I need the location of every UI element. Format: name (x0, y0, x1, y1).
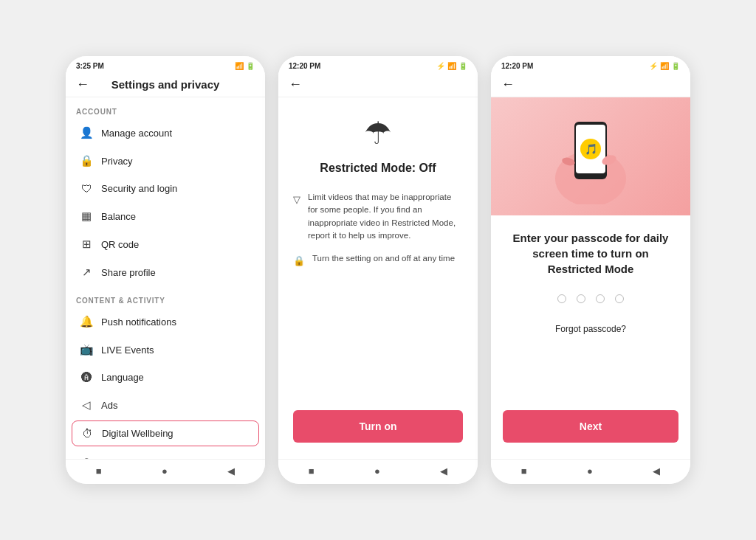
qr-label: QR code (101, 239, 139, 250)
push-icon: 🔔 (79, 315, 94, 328)
privacy-label: Privacy (101, 156, 133, 167)
passcode-dot-4 (615, 294, 624, 303)
passcode-illustration: 🎵 (491, 97, 690, 215)
ads-label: Ads (101, 400, 117, 411)
balance-label: Balance (101, 211, 136, 222)
status-icons-1: 📶 🔋 (235, 62, 255, 70)
bluetooth-icon: ⚡ (436, 62, 445, 70)
passcode-dot-3 (596, 294, 605, 303)
back-button-2[interactable]: ← (289, 77, 305, 92)
status-bar-2: 12:20 PM ⚡ 📶 🔋 (278, 56, 478, 72)
forgot-passcode-link[interactable]: Forgot passcode? (555, 324, 626, 334)
qr-icon: ⊞ (79, 238, 94, 251)
balance-icon: ▦ (79, 210, 94, 223)
passcode-dot-1 (557, 294, 566, 303)
nav-bar-2: ← (278, 72, 478, 97)
bottom-bar-3: ■ ● ◀ (491, 459, 690, 484)
signal-icon-3: 📶 (660, 62, 669, 70)
battery-icon-2: 🔋 (458, 62, 467, 70)
back-button-3[interactable]: ← (501, 77, 518, 92)
settings-item-ads[interactable]: ◁ Ads (69, 391, 262, 419)
phone-passcode: 12:20 PM ⚡ 📶 🔋 ← 🎵 (491, 56, 690, 484)
signal-icon-2: 📶 (447, 62, 456, 70)
settings-item-balance[interactable]: ▦ Balance (69, 202, 262, 230)
restricted-text-2: Turn the setting on and off at any time (312, 252, 455, 265)
phone-restricted-mode: 12:20 PM ⚡ 📶 🔋 ← ☂ Restricted Mode: Off … (278, 56, 478, 484)
umbrella-icon: ☂ (364, 115, 392, 151)
wellbeing-icon: ⏱ (80, 427, 94, 440)
manage-account-icon: 👤 (79, 126, 94, 139)
restricted-content: ☂ Restricted Mode: Off ▽ Limit videos th… (278, 97, 478, 459)
settings-item-live[interactable]: 📺 LIVE Events (69, 336, 262, 364)
manage-account-label: Manage account (101, 128, 172, 139)
nav-bar-3: ← (491, 72, 690, 97)
passcode-dot-2 (577, 294, 585, 303)
battery-icon: 🔋 (246, 62, 255, 70)
settings-item-security[interactable]: 🛡 Security and login (69, 175, 262, 202)
settings-item-language[interactable]: 🅐 Language (69, 364, 262, 391)
filter-icon: ▽ (293, 193, 300, 207)
time-3: 12:20 PM (501, 62, 533, 70)
live-icon: 📺 (79, 343, 94, 356)
back-button-nav-1[interactable]: ◀ (227, 465, 235, 477)
language-icon: 🅐 (79, 371, 94, 384)
circle-button-3[interactable]: ● (587, 465, 593, 477)
passcode-title: Enter your passcode for daily screen tim… (504, 230, 677, 277)
settings-item-privacy[interactable]: 🔒 Privacy (69, 147, 262, 175)
square-button-1[interactable]: ■ (96, 465, 102, 477)
restricted-list-item-1: ▽ Limit videos that may be inappropriate… (293, 191, 463, 242)
circle-button-1[interactable]: ● (162, 465, 168, 477)
status-icons-3: ⚡ 📶 🔋 (649, 62, 680, 70)
security-icon: 🛡 (79, 182, 94, 195)
push-label: Push notifications (101, 316, 176, 328)
settings-item-push[interactable]: 🔔 Push notifications (69, 308, 262, 336)
account-section-label: ACCOUNT (66, 97, 265, 119)
security-label: Security and login (101, 183, 177, 194)
settings-item-family[interactable]: ⊙ Family Pairing (69, 448, 262, 459)
back-button-nav-3[interactable]: ◀ (653, 465, 660, 477)
restricted-list-item-2: 🔒 Turn the setting on and off at any tim… (293, 252, 463, 269)
time-2: 12:20 PM (289, 62, 320, 70)
restricted-text-1: Limit videos that may be inappropriate f… (308, 191, 463, 242)
live-label: LIVE Events (101, 345, 154, 356)
back-button-nav-2[interactable]: ◀ (440, 465, 447, 477)
settings-item-share[interactable]: ↗ Share profile (69, 258, 262, 286)
phone-settings: 3:25 PM 📶 🔋 ← Settings and privacy ACCOU… (66, 56, 265, 484)
status-bar-3: 12:20 PM ⚡ 📶 🔋 (491, 56, 690, 72)
content-section-label: CONTENT & ACTIVITY (66, 286, 265, 308)
square-button-2[interactable]: ■ (309, 465, 315, 477)
nav-bar-1: ← Settings and privacy (66, 72, 265, 97)
circle-button-2[interactable]: ● (374, 465, 380, 477)
settings-item-qr[interactable]: ⊞ QR code (69, 230, 262, 258)
battery-icon-3: 🔋 (671, 62, 680, 70)
square-button-3[interactable]: ■ (521, 465, 527, 477)
ads-icon: ◁ (79, 398, 94, 412)
passcode-dots (557, 294, 624, 303)
signal-icon: 📶 (235, 62, 244, 70)
bottom-bar-1: ■ ● ◀ (66, 459, 265, 484)
privacy-icon: 🔒 (79, 154, 94, 167)
share-icon: ↗ (79, 266, 94, 279)
bluetooth-icon-3: ⚡ (649, 62, 658, 70)
turn-on-button[interactable]: Turn on (293, 410, 463, 443)
page-title-1: Settings and privacy (92, 78, 238, 91)
settings-content: ACCOUNT 👤 Manage account 🔒 Privacy 🛡 Sec… (66, 97, 265, 459)
back-button-1[interactable]: ← (76, 77, 92, 92)
lock-icon: 🔒 (293, 254, 305, 269)
status-icons-2: ⚡ 📶 🔋 (436, 62, 467, 70)
share-label: Share profile (101, 267, 156, 278)
hand-phone-svg: 🎵 (554, 108, 628, 204)
passcode-content: 🎵 Enter your passcode for daily screen t… (491, 97, 690, 459)
settings-item-manage-account[interactable]: 👤 Manage account (69, 119, 262, 147)
restricted-mode-title: Restricted Mode: Off (320, 162, 436, 175)
svg-text:🎵: 🎵 (585, 143, 598, 156)
language-label: Language (101, 372, 144, 383)
bottom-bar-2: ■ ● ◀ (278, 459, 478, 484)
phones-container: 3:25 PM 📶 🔋 ← Settings and privacy ACCOU… (51, 41, 705, 499)
wellbeing-label: Digital Wellbeing (102, 428, 173, 439)
status-bar-1: 3:25 PM 📶 🔋 (66, 56, 265, 72)
settings-item-digital-wellbeing[interactable]: ⏱ Digital Wellbeing (72, 420, 259, 446)
passcode-main: Enter your passcode for daily screen tim… (491, 215, 690, 410)
next-button[interactable]: Next (503, 410, 678, 443)
time-1: 3:25 PM (76, 62, 104, 70)
